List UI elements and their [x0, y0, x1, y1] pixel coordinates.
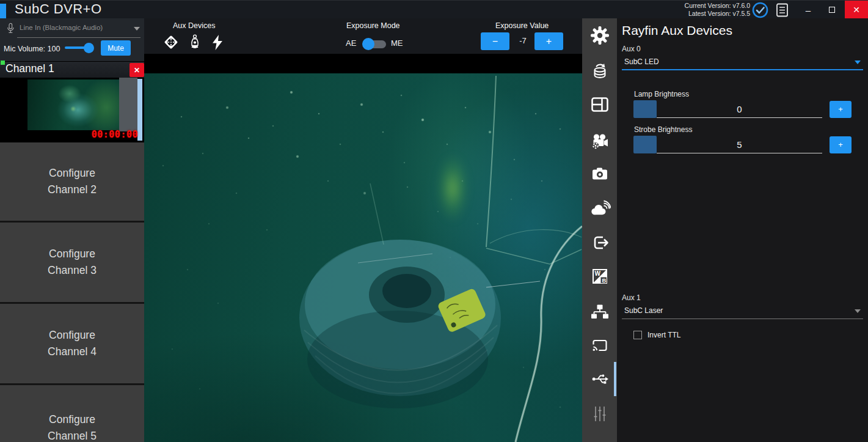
lamp-increase-button[interactable]: + — [830, 101, 852, 118]
adjustments-icon — [590, 405, 610, 423]
invert-ttl-row: Invert TTL — [633, 331, 680, 339]
configure-channel3-button[interactable]: Configure Channel 3 — [0, 223, 144, 302]
channel1-preview-gutter — [119, 78, 137, 131]
mic-volume-slider-knob[interactable] — [84, 43, 94, 53]
sidebar-cloud-button[interactable] — [582, 194, 617, 221]
lamp-brightness-control: 0 + — [633, 100, 852, 118]
aux0-device-select[interactable]: SubC LED — [622, 55, 863, 70]
configure-label-line2: Channel 3 — [48, 262, 97, 279]
strobe-diamond-icon[interactable] — [162, 34, 180, 51]
configure-channel4-button[interactable]: Configure Channel 4 — [0, 304, 144, 383]
exposure-mode-toggle-knob[interactable] — [362, 38, 374, 50]
sidebar-camera-button[interactable] — [582, 160, 617, 187]
chevron-down-icon[interactable] — [134, 27, 140, 31]
mic-volume-label: Mic Volume: 100 — [4, 45, 60, 53]
channel1-video-thumbnail[interactable] — [27, 79, 119, 130]
update-check-button[interactable] — [752, 2, 768, 18]
usb-icon — [590, 369, 610, 389]
maximize-button[interactable] — [820, 1, 844, 19]
minimize-button[interactable]: – — [796, 1, 820, 19]
sidebar-video-settings-button[interactable] — [582, 128, 617, 155]
chevron-down-icon — [855, 309, 861, 313]
rayfin-aux-panel: Rayfin Aux Devices Aux 0 SubC LED Lamp B… — [617, 18, 868, 442]
panel-title: Rayfin Aux Devices — [622, 23, 732, 38]
channel1-preview-area: 00:00:00 — [0, 78, 144, 142]
lamp-decrease-button[interactable] — [633, 100, 657, 118]
sidebar-settings-button[interactable] — [582, 22, 617, 49]
close-button[interactable]: ✕ — [845, 1, 868, 19]
settings-sidebar: W B — [582, 18, 617, 442]
svg-text:B: B — [602, 277, 606, 284]
configure-label-line2: Channel 2 — [48, 182, 97, 198]
main-video-feed[interactable] — [144, 54, 582, 442]
video-camera-gear-icon — [590, 132, 610, 152]
sidebar-export-button[interactable] — [582, 229, 617, 256]
aux1-device-value: SubC Laser — [624, 306, 663, 315]
aux-devices-title: Aux Devices — [173, 21, 215, 30]
cloud-upload-icon — [589, 199, 611, 217]
configure-label-line2: Channel 5 — [48, 428, 97, 442]
configure-channel2-button[interactable]: Configure Channel 2 — [0, 142, 144, 221]
exposure-me-label: ME — [391, 39, 403, 48]
gear-icon — [590, 26, 610, 45]
audio-input-underline — [17, 37, 140, 38]
current-version-text: Current Version: v7.6.0 — [685, 2, 750, 10]
latest-version-text: Latest Version: v7.5.5 — [685, 10, 750, 18]
record-timestamp: 00:00:00 — [92, 129, 138, 140]
strobe-brightness-value[interactable]: 5 — [657, 136, 822, 153]
channel1-close-button[interactable]: ✕ — [129, 63, 144, 77]
configure-label-line1: Configure — [49, 411, 95, 428]
mute-button[interactable]: Mute — [101, 40, 131, 56]
aux0-label: Aux 0 — [622, 45, 641, 53]
strobe-brightness-control: 5 + — [633, 136, 852, 153]
camera-control-strip: Aux Devices Exposure Mode AE — [144, 18, 582, 54]
camera-icon — [590, 164, 610, 183]
lamp-brightness-label: Lamp Brightness — [634, 90, 689, 98]
sidebar-layout-button[interactable] — [582, 91, 617, 118]
sidebar-usb-button[interactable] — [582, 366, 617, 392]
configure-label-line1: Configure — [49, 327, 95, 344]
configure-channel5-button[interactable]: Configure Channel 5 — [0, 385, 144, 442]
strobe-increase-button[interactable]: + — [830, 136, 852, 153]
strobe-decrease-button[interactable] — [633, 136, 657, 153]
lantern-icon[interactable] — [188, 34, 202, 51]
exposure-decrease-button[interactable]: − — [481, 32, 509, 50]
aux0-device-value: SubC LED — [624, 57, 659, 66]
audio-input-select[interactable]: Line In (Blackmagic Audio) — [20, 24, 103, 31]
sidebar-cast-button[interactable] — [582, 332, 617, 359]
aux1-label: Aux 1 — [622, 293, 641, 302]
sidebar-adjustments-button[interactable] — [582, 400, 617, 427]
sidebar-storage-button[interactable] — [582, 58, 617, 85]
sidebar-network-button[interactable] — [582, 298, 617, 325]
release-notes-button[interactable] — [776, 3, 789, 17]
invert-ttl-checkbox[interactable] — [633, 331, 642, 339]
network-icon — [590, 303, 610, 320]
exposure-value: -7 — [513, 36, 533, 45]
title-accent-bar — [0, 4, 6, 19]
flash-icon[interactable] — [210, 34, 225, 51]
exposure-mode-title: Exposure Mode — [346, 21, 400, 30]
aux1-device-select[interactable]: SubC Laser — [622, 304, 863, 319]
aux-device-icons — [162, 34, 225, 51]
lamp-brightness-value[interactable]: 0 — [657, 100, 822, 118]
channel1-header: Channel 1 ✕ — [0, 62, 144, 78]
maximize-icon — [829, 7, 835, 13]
configure-label-line1: Configure — [49, 246, 95, 262]
microphone-icon — [4, 21, 16, 36]
exposure-mode-toggle[interactable] — [363, 40, 386, 48]
export-icon — [590, 233, 610, 252]
channel-list-scrollbar[interactable] — [137, 79, 142, 141]
active-tab-indicator — [614, 362, 616, 396]
recording-indicator — [1, 61, 5, 65]
strobe-brightness-label: Strobe Brightness — [634, 125, 692, 134]
configure-label-line1: Configure — [49, 165, 95, 182]
sidebar-white-balance-button[interactable]: W B — [582, 263, 617, 290]
channel1-title: Channel 1 — [5, 62, 54, 75]
white-balance-icon: W B — [590, 267, 610, 286]
exposure-ae-label: AE — [346, 39, 356, 48]
app-window: SubC DVR+O Current Version: v7.6.0 Lates… — [0, 0, 868, 442]
chevron-down-icon — [855, 61, 861, 64]
document-icon — [776, 3, 789, 17]
exposure-increase-button[interactable]: + — [534, 32, 563, 50]
layout-icon — [590, 95, 610, 114]
